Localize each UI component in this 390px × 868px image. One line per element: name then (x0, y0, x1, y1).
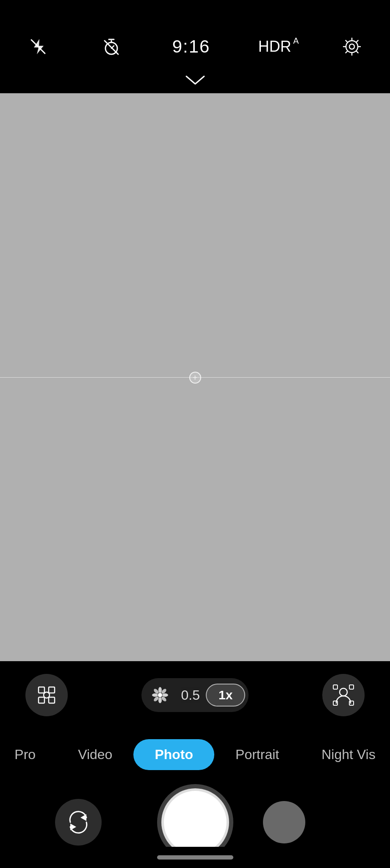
top-bar: 9:16 HDRA (0, 0, 390, 93)
focus-scan-button[interactable] (25, 674, 68, 716)
face-focus-button[interactable] (322, 674, 365, 716)
zoom-controls-row: 0.5 1x (0, 661, 390, 729)
svg-marker-28 (70, 823, 76, 830)
center-crosshair (189, 372, 201, 384)
shutter-button[interactable] (161, 788, 229, 856)
timer-off-button[interactable] (99, 34, 124, 59)
horizon-indicator (0, 377, 390, 378)
tab-photo[interactable]: Photo (133, 739, 214, 770)
zoom-pill[interactable]: 0.5 1x (141, 678, 249, 712)
settings-button[interactable] (339, 34, 365, 59)
expand-controls-button[interactable] (185, 75, 206, 86)
svg-rect-11 (49, 697, 55, 703)
svg-rect-24 (349, 685, 354, 689)
tab-portrait[interactable]: Portrait (214, 739, 300, 770)
svg-point-22 (340, 688, 347, 696)
svg-rect-23 (333, 685, 337, 689)
svg-point-14 (158, 687, 162, 693)
tab-video[interactable]: Video (57, 739, 133, 770)
hdr-badge[interactable]: HDRA (258, 38, 291, 56)
home-indicator[interactable] (157, 855, 233, 860)
zoom-1x-button[interactable]: 1x (206, 684, 245, 707)
camera-viewfinder[interactable] (0, 93, 390, 661)
flash-off-button[interactable] (25, 34, 51, 59)
rotate-camera-button[interactable] (55, 799, 102, 846)
svg-point-17 (162, 693, 168, 697)
gallery-thumbnail-button[interactable] (263, 801, 305, 843)
svg-point-6 (349, 44, 354, 49)
svg-point-12 (44, 692, 50, 698)
svg-rect-10 (39, 697, 44, 703)
svg-rect-8 (39, 687, 44, 693)
svg-rect-9 (49, 687, 55, 693)
time-display: 9:16 (172, 36, 210, 57)
svg-point-13 (158, 693, 162, 697)
svg-marker-27 (80, 814, 86, 821)
tab-pro[interactable]: Pro (0, 739, 57, 770)
zoom-value-display: 0.5 (177, 687, 204, 703)
macro-icon (141, 687, 177, 704)
mode-tabs-row: Pro Video Photo Portrait Night Vis (0, 733, 390, 776)
svg-point-15 (158, 697, 162, 703)
tab-nightvis[interactable]: Night Vis (300, 739, 390, 770)
svg-point-16 (152, 693, 158, 697)
svg-point-7 (346, 41, 358, 53)
bottom-nav-bar (0, 847, 390, 868)
